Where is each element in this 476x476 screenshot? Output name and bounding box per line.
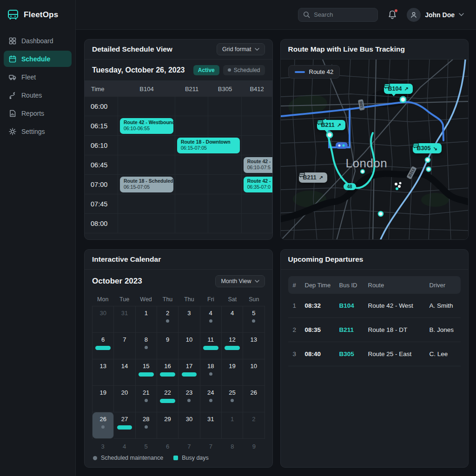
calendar-day-cell[interactable]: 3 (178, 306, 200, 333)
schedule-event[interactable]: Route 42 -06:35-07:0 (244, 177, 273, 192)
month-view-dropdown[interactable]: Month View (215, 275, 264, 287)
sidebar-item-label: Fleet (21, 73, 36, 81)
bus-marker-b211[interactable]: B211↗ (299, 172, 327, 183)
schedule-cell[interactable] (175, 175, 208, 194)
bus-marker-b305[interactable]: B305↘ (413, 143, 442, 153)
calendar-day-cell[interactable]: 22 (157, 386, 178, 412)
notifications-button[interactable] (386, 9, 398, 21)
schedule-cell[interactable] (242, 136, 272, 155)
schedule-cell[interactable] (242, 194, 272, 213)
calendar-day-cell[interactable]: 27 (114, 412, 135, 439)
calendar-day-cell[interactable]: 19 (222, 359, 243, 386)
schedule-cell[interactable] (208, 116, 241, 135)
scheduled-filter-badge[interactable]: Scheduled (223, 65, 265, 75)
calendar-day-cell[interactable]: 13 (93, 359, 114, 386)
schedule-event[interactable]: Route 42 - Westbound06:10-06:55 (120, 118, 173, 134)
sidebar-item-settings[interactable]: Settings (4, 123, 72, 139)
departure-row[interactable]: 108:32B104Route 42 - WestA. SmithOn Time (288, 294, 461, 318)
schedule-cell[interactable] (208, 97, 241, 116)
event-title: Route 42 - (247, 159, 273, 165)
bus-logo-icon (7, 8, 20, 21)
departures-panel: Upcoming Departures #Dep TimeBus IDRoute… (280, 249, 469, 468)
schedule-cell[interactable] (208, 155, 241, 174)
calendar-footer-number: 8 (222, 443, 243, 450)
schedule-cell[interactable] (242, 116, 272, 135)
schedule-cell[interactable] (242, 97, 272, 116)
schedule-cell[interactable] (118, 194, 175, 213)
calendar-day-cell[interactable]: 17 (178, 359, 200, 386)
schedule-cell[interactable] (175, 155, 208, 174)
calendar-day-cell[interactable]: 26 (93, 412, 114, 439)
calendar-day-cell[interactable]: 30 (178, 412, 200, 439)
calendar-day-cell[interactable]: 30 (93, 306, 114, 333)
calendar-day-cell[interactable]: 2 (157, 306, 178, 333)
calendar-day-cell[interactable]: 18 (200, 359, 222, 386)
calendar-day-cell[interactable]: 24 (200, 386, 222, 412)
calendar-day-cell[interactable]: 16 (157, 359, 178, 386)
calendar-day-cell[interactable]: 5 (243, 306, 264, 333)
maintenance-dot-icon (209, 319, 212, 323)
schedule-cell[interactable] (208, 175, 241, 194)
calendar-day-cell[interactable]: 20 (114, 386, 135, 412)
departure-row[interactable]: 308:40B305Route 25 - EastC. LeeOn Time (288, 342, 461, 366)
schedule-event[interactable]: Route 18 - Downtown06:15-07:05 (177, 138, 240, 153)
calendar-day-cell[interactable]: 21 (136, 386, 157, 412)
calendar-day-cell[interactable]: 8 (136, 333, 157, 359)
bus-marker-label: B211 (321, 122, 335, 128)
calendar-day-cell[interactable]: 29 (157, 412, 178, 439)
calendar-day-cell[interactable]: 9 (157, 333, 178, 359)
bus-marker-b211[interactable]: B211↗ (317, 120, 345, 130)
schedule-cell[interactable] (118, 97, 175, 116)
schedule-cell[interactable] (175, 97, 208, 116)
calendar-week-row: 678910111213 (93, 333, 265, 359)
map-canvas[interactable]: Route 42 London B104↗B211↗B305↘B211↗48 B… (281, 60, 469, 239)
calendar-day-cell[interactable]: 26 (243, 386, 264, 412)
calendar-day-cell[interactable]: 23 (178, 386, 200, 412)
calendar-day-cell[interactable]: 1 (222, 412, 243, 439)
calendar-day-cell[interactable]: 10 (243, 359, 264, 386)
calendar-day-cell[interactable]: 6 (93, 333, 114, 359)
calendar-day-cell[interactable]: 11 (200, 333, 222, 359)
calendar-day-cell[interactable]: 31 (200, 412, 222, 439)
sidebar-item-routes[interactable]: Routes (4, 87, 72, 103)
departure-row[interactable]: 208:35B211Route 18 - DTB. JonesDelayed 5… (288, 318, 461, 342)
user-menu[interactable]: John Doe (407, 8, 464, 22)
schedule-cell[interactable] (208, 214, 241, 233)
schedule-cell[interactable] (175, 116, 208, 135)
calendar-day-number: 22 (164, 389, 171, 396)
calendar-day-cell[interactable]: 14 (114, 359, 135, 386)
schedule-cell[interactable] (118, 214, 175, 233)
grid-format-dropdown[interactable]: Grid format (217, 43, 265, 55)
sidebar-item-schedule[interactable]: Schedule (4, 51, 72, 67)
active-filter-badge[interactable]: Active (193, 65, 219, 75)
calendar-day-cell[interactable]: 7 (114, 333, 135, 359)
schedule-cell[interactable] (242, 214, 272, 233)
calendar-day-cell[interactable]: 1 (136, 306, 157, 333)
sidebar-item-fleet[interactable]: Fleet (4, 69, 72, 85)
calendar-day-cell[interactable]: 2 (243, 412, 264, 439)
calendar-day-cell[interactable]: 4 (222, 306, 243, 333)
calendar-day-cell[interactable]: 28 (136, 412, 157, 439)
schedule-cell[interactable] (208, 194, 241, 213)
schedule-cell[interactable] (118, 136, 175, 155)
calendar-day-cell[interactable]: 4 (200, 306, 222, 333)
calendar-day-cell[interactable]: 10 (178, 333, 200, 359)
search-box[interactable] (298, 8, 378, 22)
schedule-cell[interactable] (118, 155, 175, 174)
schedule-cell[interactable] (175, 214, 208, 233)
schedule-cell[interactable] (175, 194, 208, 213)
calendar-day-cell[interactable]: 25 (222, 386, 243, 412)
calendar-day-cell[interactable]: 13 (243, 333, 264, 359)
calendar-day-cell[interactable]: 15 (136, 359, 157, 386)
schedule-event[interactable]: Route 18 - Scheduled06:15-07:05 (120, 177, 173, 192)
calendar-day-cell[interactable]: 12 (222, 333, 243, 359)
calendar-footer-number: 5 (135, 443, 157, 450)
schedule-event[interactable]: Route 42 -06:10-07:5 (244, 157, 273, 173)
calendar-day-cell[interactable]: 19 (93, 386, 114, 412)
calendar-day-cell[interactable]: 31 (114, 306, 135, 333)
sidebar-item-reports[interactable]: Reports (4, 105, 72, 121)
bus-marker-b104[interactable]: B104↗ (384, 84, 413, 94)
maintenance-dot-icon (166, 319, 169, 323)
search-input[interactable] (314, 11, 373, 18)
sidebar-item-dashboard[interactable]: Dashboard (4, 33, 72, 49)
